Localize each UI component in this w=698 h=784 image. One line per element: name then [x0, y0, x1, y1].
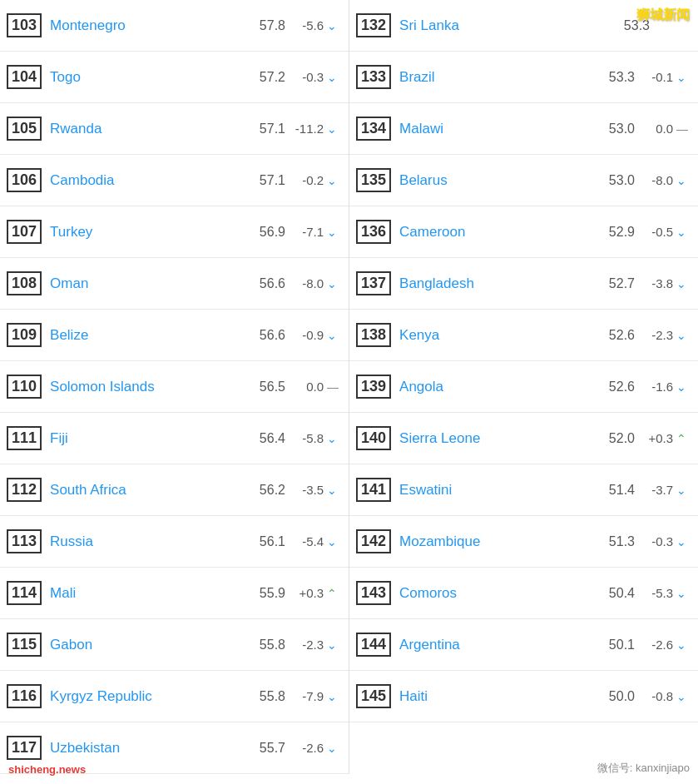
rank-number: 104 [7, 65, 42, 90]
table-row: 116 Kyrgyz Republic 55.8 -7.9 ⌄ [0, 671, 349, 722]
country-name: Rwanda [50, 121, 250, 137]
change-value: -2.6 [290, 741, 324, 755]
table-row: 138 Kenya 52.6 -2.3 ⌄ [349, 310, 698, 361]
change-value: -1.6 [640, 380, 673, 394]
down-arrow-icon: ⌄ [676, 690, 691, 703]
rank-number: 111 [7, 426, 42, 451]
table-row: 145 Haiti 50.0 -0.8 ⌄ [349, 671, 698, 722]
score-value: 57.8 [250, 18, 285, 33]
country-name: Eswatini [399, 482, 600, 499]
up-arrow-icon: ⌃ [327, 587, 342, 600]
rank-number: 115 [7, 633, 42, 657]
change-value: -2.6 [640, 638, 673, 652]
down-arrow-icon: ⌄ [676, 484, 691, 497]
score-value: 51.4 [600, 483, 635, 498]
change-value: -2.3 [640, 328, 673, 342]
up-arrow-icon: ⌃ [676, 432, 691, 445]
change-value: -3.5 [290, 483, 324, 497]
score-value: 56.5 [250, 380, 285, 394]
score-value: 55.9 [250, 586, 285, 601]
down-arrow-icon: ⌄ [327, 535, 342, 548]
country-name: Gabon [50, 637, 250, 653]
country-name: Uzbekistan [50, 740, 250, 757]
table-row: 136 Cameroon 52.9 -0.5 ⌄ [349, 206, 698, 258]
country-name: Fiji [50, 430, 250, 447]
rank-number: 112 [7, 478, 42, 503]
change-value: -11.2 [290, 122, 324, 136]
watermark-bottom-left: shicheng.news [8, 763, 86, 776]
rank-number: 108 [7, 271, 42, 296]
score-value: 57.1 [250, 173, 285, 188]
rank-number: 105 [7, 117, 42, 141]
rank-number: 114 [7, 581, 42, 606]
down-arrow-icon: ⌄ [327, 638, 342, 652]
score-value: 51.3 [600, 534, 635, 549]
rank-number: 144 [356, 633, 391, 657]
table-row: 135 Belarus 53.0 -8.0 ⌄ [349, 155, 698, 206]
rank-number: 106 [7, 168, 42, 193]
table-row: 134 Malawi 53.0 0.0 — [349, 103, 698, 155]
score-value: 53.0 [600, 173, 635, 188]
score-value: 56.6 [250, 328, 285, 343]
country-name: Comoros [399, 585, 600, 602]
country-name: Russia [50, 533, 250, 550]
table-row: 114 Mali 55.9 +0.3 ⌃ [0, 568, 349, 619]
down-arrow-icon: ⌄ [327, 19, 342, 32]
down-arrow-icon: ⌄ [676, 329, 691, 342]
rank-number: 143 [356, 581, 391, 606]
table-row: 109 Belize 56.6 -0.9 ⌄ [0, 310, 349, 361]
down-arrow-icon: ⌄ [327, 484, 342, 497]
rank-number: 103 [7, 13, 42, 38]
score-value: 53.3 [600, 70, 635, 85]
change-value: -5.8 [290, 431, 324, 445]
table-row: 143 Comoros 50.4 -5.3 ⌄ [349, 568, 698, 619]
rank-number: 117 [7, 736, 42, 761]
down-arrow-icon: ⌄ [676, 277, 691, 290]
down-arrow-icon: ⌄ [327, 329, 342, 342]
rank-number: 116 [7, 684, 42, 709]
table-row: 107 Turkey 56.9 -7.1 ⌄ [0, 206, 349, 258]
country-name: Argentina [399, 637, 600, 653]
rank-number: 145 [356, 684, 391, 709]
country-name: Malawi [399, 121, 600, 137]
country-name: Angola [399, 379, 600, 395]
table-row: 141 Eswatini 51.4 -3.7 ⌄ [349, 464, 698, 516]
table-row: 139 Angola 52.6 -1.6 ⌄ [349, 361, 698, 413]
rank-number: 142 [356, 529, 391, 554]
down-arrow-icon: ⌄ [327, 174, 342, 187]
rank-number: 141 [356, 478, 391, 503]
table-row: 133 Brazil 53.3 -0.1 ⌄ [349, 52, 698, 103]
score-value: 56.1 [250, 534, 285, 549]
country-name: Mozambique [399, 533, 600, 550]
flat-icon: — [676, 122, 691, 136]
left-column: 103 Montenegro 57.8 -5.6 ⌄ 104 Togo 57.2… [0, 0, 349, 774]
change-value: -7.9 [290, 689, 324, 703]
table-row: 110 Solomon Islands 56.5 0.0 — [0, 361, 349, 413]
rank-number: 134 [356, 117, 391, 141]
down-arrow-icon: ⌄ [327, 690, 342, 703]
score-value: 56.4 [250, 431, 285, 446]
rank-number: 136 [356, 220, 391, 245]
change-value: -5.4 [290, 534, 324, 548]
flat-icon: — [327, 380, 342, 394]
score-value: 52.0 [600, 431, 635, 446]
table-row: 108 Oman 56.6 -8.0 ⌄ [0, 258, 349, 310]
down-arrow-icon: ⌄ [676, 535, 691, 548]
score-value: 57.2 [250, 70, 285, 85]
change-value: 0.0 [640, 122, 673, 136]
score-value: 55.8 [250, 689, 285, 704]
country-name: Solomon Islands [50, 379, 250, 395]
rank-number: 132 [356, 13, 391, 38]
country-name: Kenya [399, 327, 600, 344]
change-value: -0.2 [290, 173, 324, 187]
table-row: 137 Bangladesh 52.7 -3.8 ⌄ [349, 258, 698, 310]
country-name: Brazil [399, 69, 600, 86]
down-arrow-icon: ⌄ [327, 71, 342, 84]
table-row: 115 Gabon 55.8 -2.3 ⌄ [0, 619, 349, 671]
change-value: -0.5 [640, 225, 673, 239]
table-row: 113 Russia 56.1 -5.4 ⌄ [0, 516, 349, 568]
rank-number: 138 [356, 323, 391, 348]
rank-number: 133 [356, 65, 391, 90]
table-row: 104 Togo 57.2 -0.3 ⌄ [0, 52, 349, 103]
score-value: 55.7 [250, 741, 285, 756]
